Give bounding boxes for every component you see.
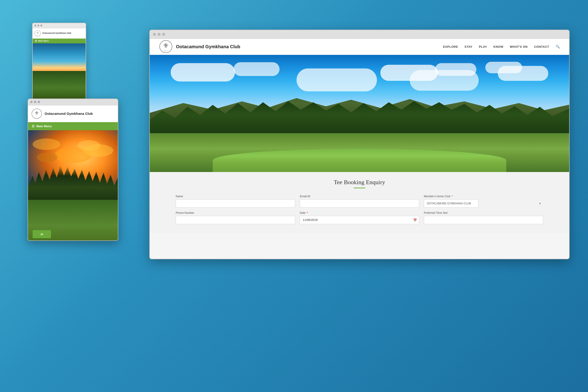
main-menu-bar-large[interactable]: ☰ Main Menu [28, 122, 118, 130]
browser-bar-small [32, 23, 86, 28]
form-title: Tee Booking Enquiry [164, 179, 556, 186]
svg-text:⚜: ⚜ [163, 42, 169, 49]
time-slot-input[interactable] [424, 216, 543, 224]
svg-text:⚜: ⚜ [34, 110, 39, 116]
hamburger-icon-large: ☰ [32, 124, 34, 128]
form-section: Tee Booking Enquiry Name Email-ID Member… [150, 172, 569, 233]
browser-dot-3 [162, 33, 165, 36]
svg-text:⚜: ⚜ [36, 31, 39, 34]
hero-image-small [32, 44, 86, 98]
home-club-select-wrapper: OOTACAMUND GYMKHANA CLUB [424, 199, 543, 208]
form-group-email: Email-ID [300, 195, 419, 208]
phone-label: Phone Number [176, 211, 295, 214]
main-menu-bar-small[interactable]: ☰ Main Menu [32, 38, 86, 44]
desktop-browser: ⚜ OOTY Ootacamund Gymkhana Club EXPLORE … [149, 30, 570, 259]
email-label: Email-ID [300, 195, 419, 198]
date-wrapper [300, 216, 419, 224]
header-left: ⚜ OOTY Ootacamund Gymkhana Club [159, 40, 240, 54]
browser-bar-large [28, 99, 118, 106]
logo-small: ⚜ [34, 30, 41, 36]
dot-1 [34, 24, 36, 26]
form-group-date: Date * [300, 211, 419, 224]
dot-l2 [34, 101, 36, 103]
search-icon-nav[interactable]: 🔍 [556, 44, 560, 49]
dot-2 [38, 24, 39, 26]
hero-desktop [150, 55, 569, 172]
svg-text:OOTY: OOTY [164, 50, 168, 52]
submit-btn-area: st [32, 230, 51, 238]
dot-l3 [38, 101, 40, 103]
date-label: Date * [300, 211, 419, 214]
site-title-small: Ootacamund Gymkhana Club [42, 32, 71, 34]
nav-know[interactable]: KNOW [493, 45, 503, 48]
date-required: * [307, 211, 308, 214]
home-club-required: * [452, 195, 453, 198]
site-title-large: Ootacamund Gymkhana Club [44, 112, 93, 116]
home-club-label: Member's Home Club * [424, 195, 543, 198]
golf-fairway [150, 133, 569, 172]
nav-explore[interactable]: EXPLORE [443, 45, 458, 48]
header-site-title: Ootacamund Gymkhana Club [176, 44, 240, 49]
nav-stay[interactable]: STAY [464, 45, 472, 48]
mobile-small-device: ⚜ Ootacamund Gymkhana Club ☰ Main Menu [32, 23, 86, 101]
date-input[interactable] [300, 216, 419, 224]
hamburger-icon-small: ☰ [35, 40, 37, 42]
main-menu-label-large: Main Menu [36, 124, 52, 128]
form-grid: Name Email-ID Member's Home Club * OOTAC… [176, 195, 543, 224]
nav-whats-on[interactable]: WHAT'S ON [510, 45, 528, 48]
scene: ⚜ Ootacamund Gymkhana Club ☰ Main Menu ⚜ [18, 18, 570, 374]
main-menu-label-small: Main Menu [38, 40, 49, 42]
form-group-time-slot: Preferred Time Slot [424, 211, 543, 224]
hero-image-large: st [28, 130, 118, 241]
browser-dot-1 [153, 33, 156, 36]
mobile-large-device: ⚜ Ootacamund Gymkhana Club ☰ Main Menu s… [28, 98, 118, 241]
browser-dot-2 [158, 33, 160, 36]
name-input[interactable] [176, 199, 295, 208]
dot-l1 [30, 101, 32, 103]
browser-chrome [150, 30, 569, 39]
home-club-select[interactable]: OOTACAMUND GYMKHANA CLUB [424, 199, 478, 208]
nav-contact[interactable]: CONTACT [534, 45, 549, 48]
nav-play[interactable]: PLAY [479, 45, 487, 48]
mobile-large-header: ⚜ Ootacamund Gymkhana Club [28, 106, 118, 122]
email-input[interactable] [300, 199, 419, 208]
header-logo: ⚜ OOTY [159, 40, 173, 54]
header-nav: EXPLORE STAY PLAY KNOW WHAT'S ON CONTACT… [443, 44, 560, 49]
dot-3 [40, 24, 42, 26]
time-slot-label: Preferred Time Slot [424, 211, 543, 214]
form-group-name: Name [176, 195, 295, 208]
form-title-underline [354, 188, 365, 188]
submit-button-partial[interactable]: st [32, 230, 51, 238]
mobile-small-header: ⚜ Ootacamund Gymkhana Club [32, 28, 86, 38]
phone-input[interactable] [176, 216, 295, 224]
form-group-home-club: Member's Home Club * OOTACAMUND GYMKHANA… [424, 195, 543, 208]
logo-large: ⚜ [31, 108, 42, 119]
website-header: ⚜ OOTY Ootacamund Gymkhana Club EXPLORE … [150, 39, 569, 55]
name-label: Name [176, 195, 295, 198]
form-group-phone: Phone Number [176, 211, 295, 224]
